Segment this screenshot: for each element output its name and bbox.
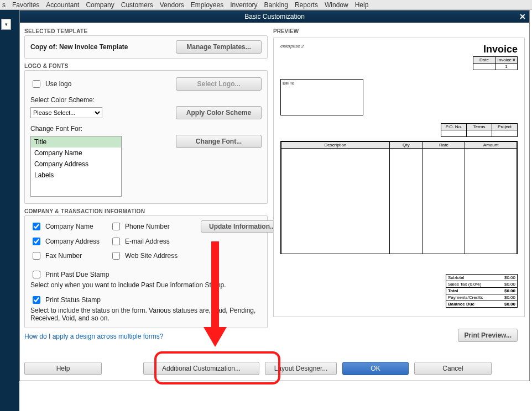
preview-terms-table: P.O. No. Terms Project <box>441 123 518 137</box>
preview-invoice-title: Invoice <box>473 44 518 55</box>
menu-s[interactable]: s <box>2 1 6 9</box>
menu-inventory[interactable]: Inventory <box>230 1 257 9</box>
logo-fonts-heading: LOGO & FONTS <box>24 63 268 69</box>
print-preview-button[interactable]: Print Preview... <box>458 329 518 342</box>
selected-template-panel: Copy of: New Invoice Template Manage Tem… <box>24 35 268 59</box>
apply-design-help-link[interactable]: How do I apply a design across multiple … <box>24 333 163 340</box>
change-font-for-label: Change Font For: <box>30 125 262 133</box>
font-target-listbox[interactable]: Title Company Name Company Address Label… <box>30 136 122 197</box>
cancel-button[interactable]: Cancel <box>414 362 492 375</box>
phone-checkbox[interactable]: Phone Number <box>110 221 199 232</box>
ok-button[interactable]: OK <box>342 362 409 375</box>
menu-customers[interactable]: Customers <box>121 1 153 9</box>
invoice-preview: enterprise 2 Invoice DateInvoice # 1 Bil… <box>273 38 525 317</box>
font-item-company-address[interactable]: Company Address <box>31 159 121 170</box>
menu-favorites[interactable]: Favorites <box>12 1 39 9</box>
menu-company[interactable]: Company <box>86 1 114 9</box>
manage-templates-button[interactable]: Manage Templates... <box>176 40 262 54</box>
additional-customization-button[interactable]: Additional Customization... <box>143 362 259 375</box>
company-name-checkbox[interactable]: Company Name <box>30 221 108 232</box>
preview-totals: Subtotal$0.00 Sales Tax (0.0%)$0.00 Tota… <box>446 274 518 308</box>
preview-bill-to-box: Bill To <box>280 79 363 115</box>
selected-template-heading: SELECTED TEMPLATE <box>24 28 268 34</box>
logo-fonts-panel: Use logo Select Logo... Select Color Sch… <box>24 70 268 204</box>
company-address-checkbox[interactable]: Company Address <box>30 236 108 247</box>
help-button[interactable]: Help <box>24 362 102 375</box>
preview-company-name: enterprise 2 <box>280 44 304 49</box>
menu-employees[interactable]: Employees <box>191 1 223 9</box>
font-item-labels[interactable]: Labels <box>31 170 121 181</box>
use-logo-checkbox[interactable]: Use logo <box>30 78 71 89</box>
dialog-titlebar: Basic Customization ✕ <box>20 10 529 23</box>
menu-help[interactable]: Help <box>355 1 369 9</box>
company-info-panel: Company Name Phone Number Update Informa… <box>24 215 268 328</box>
close-icon[interactable]: ✕ <box>519 12 526 21</box>
fax-checkbox[interactable]: Fax Number <box>30 250 108 261</box>
status-stamp-desc: Select to include the status on the form… <box>30 307 262 322</box>
font-item-title[interactable]: Title <box>31 136 121 147</box>
menu-vendors[interactable]: Vendors <box>160 1 184 9</box>
select-logo-button[interactable]: Select Logo... <box>176 77 262 91</box>
status-stamp-checkbox[interactable]: Print Status Stamp <box>30 294 262 305</box>
template-name: Copy of: New Invoice Template <box>30 43 128 51</box>
color-scheme-select[interactable]: Please Select... <box>30 107 102 118</box>
color-scheme-label: Select Color Scheme: <box>30 96 262 104</box>
preview-line-items-table: Description Qty Rate Amount <box>280 141 518 254</box>
rail-dropdown[interactable]: ▾ <box>1 19 11 30</box>
email-checkbox[interactable]: E-mail Address <box>110 236 199 247</box>
background-panel <box>44 381 265 411</box>
update-information-button[interactable]: Update Information... <box>201 220 284 233</box>
left-rail: ▾ <box>0 10 19 411</box>
menu-window[interactable]: Window <box>325 1 348 9</box>
past-due-stamp-checkbox[interactable]: Print Past Due Stamp <box>30 269 262 280</box>
menu-bar: s Favorites Accountant Company Customers… <box>0 0 532 10</box>
use-logo-label: Use logo <box>45 80 71 88</box>
dialog-title: Basic Customization <box>244 13 305 20</box>
menu-accountant[interactable]: Accountant <box>46 1 79 9</box>
past-due-desc: Select only when you want to include Pas… <box>30 281 262 289</box>
menu-banking[interactable]: Banking <box>264 1 288 9</box>
basic-customization-dialog: Basic Customization ✕ SELECTED TEMPLATE … <box>19 10 530 381</box>
preview-heading: PREVIEW <box>273 28 525 34</box>
change-font-button[interactable]: Change Font... <box>176 135 262 148</box>
website-checkbox[interactable]: Web Site Address <box>110 250 199 261</box>
apply-color-scheme-button[interactable]: Apply Color Scheme <box>176 106 262 119</box>
company-info-heading: COMPANY & TRANSACTION INFORMATION <box>24 208 268 214</box>
menu-reports[interactable]: Reports <box>295 1 318 9</box>
layout-designer-button[interactable]: Layout Designer... <box>265 362 337 375</box>
font-item-company-name[interactable]: Company Name <box>31 147 121 159</box>
dialog-footer: Help Additional Customization... Layout … <box>24 362 525 375</box>
preview-date-invoiceno-table: DateInvoice # 1 <box>473 56 518 70</box>
use-logo-input[interactable] <box>33 80 40 88</box>
